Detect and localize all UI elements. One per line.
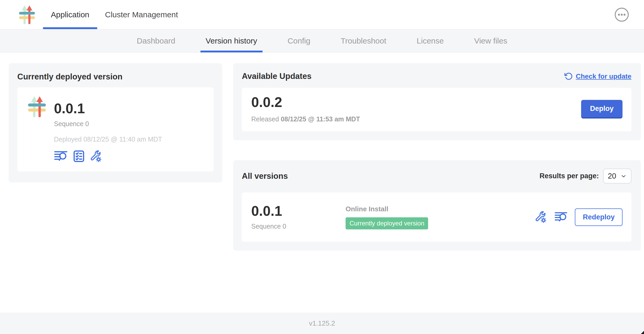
row-version-number: 0.0.1 xyxy=(251,204,346,218)
results-per-page-value: 20 xyxy=(608,172,616,180)
subnav-view-files[interactable]: View files xyxy=(459,29,522,52)
update-version-number: 0.0.2 xyxy=(251,95,360,109)
tab-cluster-management-label: Cluster Management xyxy=(105,10,178,19)
deployed-timestamp: Deployed 08/12/25 @ 11:40 am MDT xyxy=(54,136,162,143)
subnav-config[interactable]: Config xyxy=(272,29,326,52)
results-per-page: Results per page: 20 xyxy=(539,169,631,184)
deployed-version-card: 0.0.1 Sequence 0 Deployed 08/12/25 @ 11:… xyxy=(17,87,214,171)
released-timestamp: 08/12/25 @ 11:53 am MDT xyxy=(281,115,360,123)
subnav-version-history[interactable]: Version history xyxy=(190,29,272,52)
version-row-info: 0.0.1 Sequence 0 xyxy=(251,204,346,230)
currently-deployed-title: Currently deployed version xyxy=(17,72,214,82)
subnav-license[interactable]: License xyxy=(401,29,459,52)
all-versions-panel: All versions Results per page: 20 0.0 xyxy=(233,160,641,251)
page-footer: v1.125.2 xyxy=(0,313,644,334)
subnav-troubleshoot-label: Troubleshoot xyxy=(341,36,386,45)
version-row-actions: Redeploy xyxy=(535,208,623,226)
subnav-view-files-label: View files xyxy=(474,36,507,45)
config-wrench-icon[interactable] xyxy=(90,150,102,163)
tab-application-label: Application xyxy=(51,10,89,19)
config-wrench-icon[interactable] xyxy=(535,211,547,223)
mouse-cursor-artifact xyxy=(641,331,644,334)
update-row: 0.0.2 Released 08/12/25 @ 11:53 am MDT D… xyxy=(242,88,631,131)
available-updates-panel: Available Updates Check for update 0.0.2… xyxy=(233,63,641,140)
deployed-version-actions xyxy=(54,150,162,163)
deployed-version-number: 0.0.1 xyxy=(54,101,162,115)
subnav-troubleshoot[interactable]: Troubleshoot xyxy=(325,29,401,52)
release-notes-icon[interactable] xyxy=(54,150,68,162)
results-per-page-select[interactable]: 20 xyxy=(603,169,631,184)
tab-application[interactable]: Application xyxy=(43,0,97,29)
deployed-version-info: 0.0.1 Sequence 0 Deployed 08/12/25 @ 11:… xyxy=(54,95,162,163)
released-label: Released xyxy=(251,115,279,123)
deployed-sequence: Sequence 0 xyxy=(54,120,162,128)
app-logo-icon xyxy=(26,95,48,118)
subnav-version-history-label: Version history xyxy=(206,36,257,45)
tab-cluster-management[interactable]: Cluster Management xyxy=(97,0,186,29)
results-per-page-label: Results per page: xyxy=(539,172,599,180)
all-versions-title: All versions xyxy=(242,171,288,181)
header-tabs: Application Cluster Management xyxy=(43,0,186,29)
version-row: 0.0.1 Sequence 0 Online Install Currentl… xyxy=(242,192,631,242)
available-updates-title: Available Updates xyxy=(242,72,312,81)
redeploy-button[interactable]: Redeploy xyxy=(575,208,623,226)
console-version: v1.125.2 xyxy=(309,319,335,327)
top-header: Application Cluster Management xyxy=(0,0,644,29)
check-for-update-link[interactable]: Check for update xyxy=(564,72,631,80)
subnav-license-label: License xyxy=(417,36,444,45)
currently-deployed-badge: Currently deployed version xyxy=(346,217,428,229)
check-for-update-label: Check for update xyxy=(576,72,631,80)
update-released-line: Released 08/12/25 @ 11:53 am MDT xyxy=(251,115,360,123)
subnav-config-label: Config xyxy=(288,36,310,45)
subnav-dashboard[interactable]: Dashboard xyxy=(122,29,190,52)
subnav-dashboard-label: Dashboard xyxy=(137,36,175,45)
header-spacer xyxy=(186,0,614,29)
refresh-icon xyxy=(564,72,573,80)
ellipsis-circle-icon xyxy=(614,7,629,22)
version-row-type: Online Install Currently deployed versio… xyxy=(346,205,428,229)
update-info: 0.0.2 Released 08/12/25 @ 11:53 am MDT xyxy=(251,95,360,123)
main-content: Currently deployed version 0.0.1 Sequenc… xyxy=(0,52,644,313)
deploy-button[interactable]: Deploy xyxy=(581,100,623,118)
overflow-menu-button[interactable] xyxy=(614,7,629,22)
release-notes-icon[interactable] xyxy=(554,212,567,223)
app-logo-icon xyxy=(17,4,37,25)
admin-console-screen: Application Cluster Management Dashboard… xyxy=(0,0,644,334)
app-subnav: Dashboard Version history Config Trouble… xyxy=(0,29,644,52)
row-sequence: Sequence 0 xyxy=(251,223,346,230)
currently-deployed-panel: Currently deployed version 0.0.1 Sequenc… xyxy=(9,63,222,182)
right-column: Available Updates Check for update 0.0.2… xyxy=(233,63,641,251)
preflight-checklist-icon[interactable] xyxy=(73,150,84,162)
chevron-down-icon xyxy=(620,173,627,179)
install-type-label: Online Install xyxy=(346,205,428,213)
